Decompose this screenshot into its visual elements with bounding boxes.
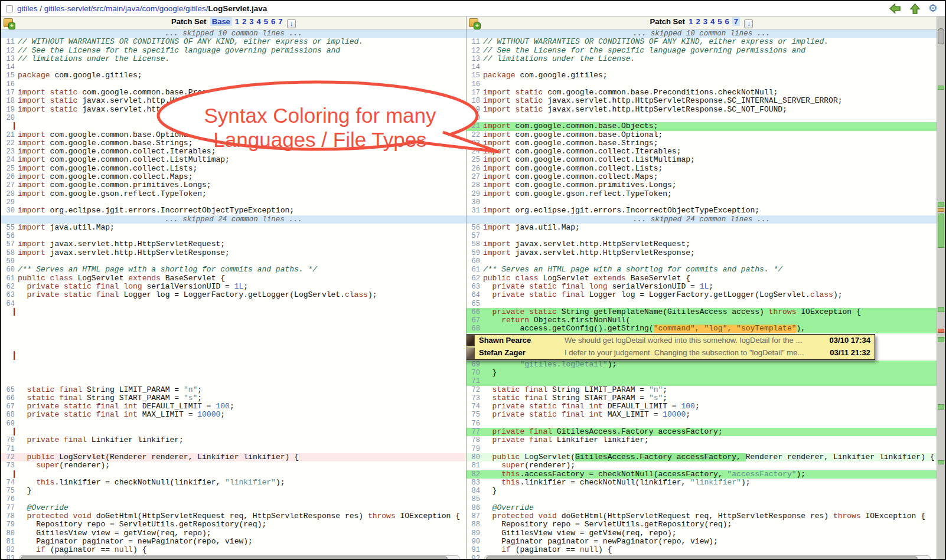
skipped-lines-row[interactable]: ... skipped 10 common lines ... xyxy=(1,30,466,38)
line-number[interactable]: 71 xyxy=(467,377,483,385)
patchset-option-5[interactable]: 5 xyxy=(717,17,722,26)
line-number[interactable]: 18 xyxy=(1,97,18,105)
patchset-option-3[interactable]: 3 xyxy=(703,17,707,26)
skipped-lines-row[interactable]: ... skipped 24 common lines ... xyxy=(467,215,937,224)
line-number[interactable]: 58 xyxy=(1,249,18,257)
line-number[interactable]: 76 xyxy=(1,495,18,503)
line-number[interactable]: 78 xyxy=(1,512,18,520)
line-number[interactable]: 31 xyxy=(467,207,483,215)
line-number[interactable]: 85 xyxy=(467,495,483,503)
line-number[interactable]: 26 xyxy=(467,165,483,173)
line-number[interactable]: 61 xyxy=(467,266,483,274)
line-number[interactable]: 25 xyxy=(467,156,483,164)
comment-row[interactable]: Stefan ZagerI defer to your judgement. C… xyxy=(467,347,875,359)
line-number[interactable]: 13 xyxy=(1,55,18,63)
line-number[interactable]: 25 xyxy=(1,165,18,173)
line-number[interactable]: 68 xyxy=(1,411,18,419)
line-number[interactable]: 82 xyxy=(467,470,483,479)
patchset-option-2[interactable]: 2 xyxy=(242,17,246,26)
line-number[interactable]: 73 xyxy=(467,394,483,402)
line-number[interactable]: 75 xyxy=(467,411,483,419)
line-number[interactable]: 63 xyxy=(467,283,483,291)
line-number[interactable]: 77 xyxy=(467,428,483,436)
patchset-option-base[interactable]: Base xyxy=(210,17,232,26)
previous-file-arrow-icon[interactable] xyxy=(889,2,902,15)
line-number[interactable]: 70 xyxy=(1,436,18,444)
line-number[interactable]: 30 xyxy=(1,207,18,215)
line-number[interactable]: 22 xyxy=(467,131,483,139)
line-number[interactable]: 22 xyxy=(1,139,18,148)
line-number[interactable]: 80 xyxy=(467,453,483,461)
patchset-option-5[interactable]: 5 xyxy=(264,17,268,26)
horizontal-scrollbar[interactable] xyxy=(19,555,460,560)
line-number[interactable]: 79 xyxy=(1,520,18,529)
line-number[interactable]: 11 xyxy=(467,38,483,46)
line-number[interactable]: 74 xyxy=(467,402,483,411)
line-number[interactable]: 24 xyxy=(467,148,483,156)
line-number[interactable]: 28 xyxy=(467,181,483,189)
line-number[interactable]: 11 xyxy=(1,38,18,46)
patchset-option-7[interactable]: 7 xyxy=(732,17,740,26)
line-number[interactable]: 57 xyxy=(467,232,483,240)
line-number[interactable]: 21 xyxy=(467,122,483,130)
file-reviewed-checkbox[interactable] xyxy=(6,5,13,12)
line-number[interactable]: 64 xyxy=(467,291,483,299)
line-number[interactable]: 78 xyxy=(467,436,483,444)
line-number[interactable]: 62 xyxy=(1,283,18,291)
line-number[interactable]: 75 xyxy=(1,487,18,495)
line-number[interactable]: 20 xyxy=(1,114,18,122)
line-number[interactable]: 83 xyxy=(467,479,483,487)
line-number[interactable]: 92 xyxy=(467,555,483,560)
line-number[interactable]: 17 xyxy=(1,89,18,97)
line-number[interactable]: 89 xyxy=(467,529,483,538)
line-number[interactable]: 91 xyxy=(467,546,483,554)
line-number[interactable]: 24 xyxy=(1,156,18,164)
comment-row[interactable]: Shawn PearceWe should get logDetail work… xyxy=(467,335,875,347)
line-number[interactable]: 18 xyxy=(467,97,483,105)
overview-scrollbar-thumb[interactable] xyxy=(938,28,944,44)
line-number[interactable]: 63 xyxy=(1,291,18,299)
line-number[interactable]: 15 xyxy=(467,71,483,80)
horizontal-scrollbar-thumb[interactable] xyxy=(21,556,448,560)
patchset-option-6[interactable]: 6 xyxy=(271,17,275,26)
line-number[interactable]: 12 xyxy=(1,47,18,55)
line-number[interactable]: 14 xyxy=(467,63,483,71)
line-number[interactable]: 77 xyxy=(1,504,18,512)
line-number[interactable]: 84 xyxy=(467,487,483,495)
line-number[interactable]: 66 xyxy=(467,308,483,316)
line-number[interactable]: 61 xyxy=(1,274,18,283)
line-number[interactable]: 21 xyxy=(1,131,18,139)
patchset-option-7[interactable]: 7 xyxy=(278,17,282,26)
line-number[interactable]: 23 xyxy=(1,148,18,156)
line-number[interactable]: 71 xyxy=(1,445,18,453)
line-number[interactable]: 19 xyxy=(467,106,483,114)
breadcrumb-path-link[interactable]: gitiles-servlet/src/main/java/com/google… xyxy=(44,4,208,13)
up-to-change-arrow-icon[interactable] xyxy=(909,2,921,15)
line-number[interactable]: 79 xyxy=(467,445,483,453)
line-number[interactable]: 27 xyxy=(1,181,18,189)
line-number[interactable]: 81 xyxy=(1,538,18,546)
line-number[interactable]: 72 xyxy=(1,453,18,461)
patchset-option-4[interactable]: 4 xyxy=(710,17,715,26)
patchset-option-6[interactable]: 6 xyxy=(725,17,729,26)
download-patch-icon[interactable] xyxy=(744,19,753,28)
line-number[interactable]: 59 xyxy=(1,257,18,266)
line-number[interactable]: 65 xyxy=(1,386,18,394)
download-patch-icon[interactable] xyxy=(287,19,296,28)
line-number[interactable]: 80 xyxy=(1,529,18,538)
line-number[interactable]: 68 xyxy=(467,325,483,333)
line-number[interactable]: 72 xyxy=(467,386,483,394)
line-number[interactable]: 60 xyxy=(1,266,18,274)
patchset-option-2[interactable]: 2 xyxy=(696,17,700,26)
line-number[interactable]: 69 xyxy=(467,361,483,369)
line-number[interactable]: 19 xyxy=(1,106,18,114)
skipped-lines-row[interactable]: ... skipped 10 common lines ... xyxy=(467,30,937,38)
line-number[interactable]: 62 xyxy=(467,274,483,283)
line-number[interactable]: 90 xyxy=(467,538,483,546)
horizontal-scrollbar-thumb[interactable] xyxy=(486,556,918,560)
line-number[interactable]: 58 xyxy=(467,240,483,248)
line-number[interactable]: 64 xyxy=(1,300,18,308)
line-number[interactable]: 26 xyxy=(1,173,18,181)
horizontal-scrollbar[interactable] xyxy=(484,555,931,560)
line-number[interactable]: 27 xyxy=(467,173,483,181)
